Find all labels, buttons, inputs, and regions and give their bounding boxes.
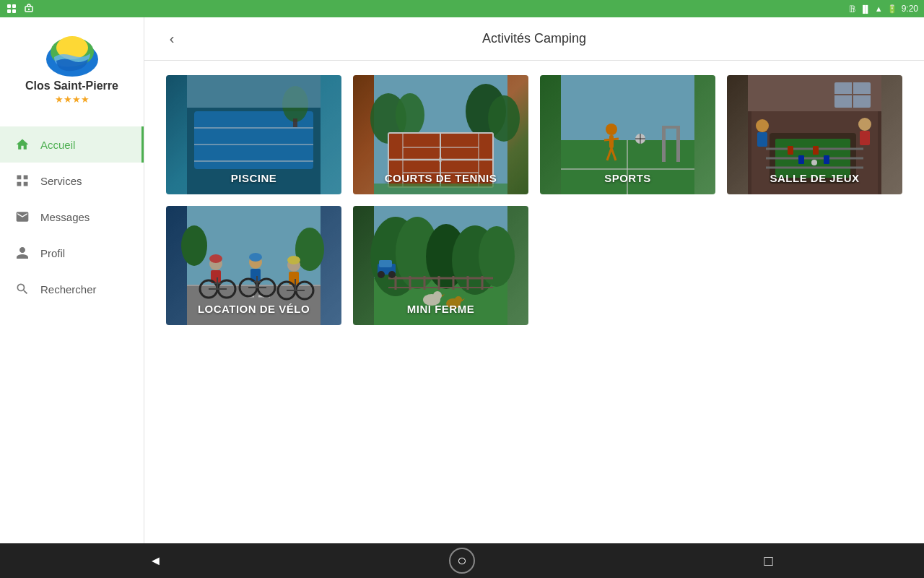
svg-point-96 bbox=[249, 253, 262, 262]
svg-point-67 bbox=[858, 118, 871, 131]
nav-items: Accueil Services Messages bbox=[0, 126, 144, 307]
svg-rect-1 bbox=[12, 4, 16, 8]
nav-label-accueil: Accueil bbox=[40, 139, 75, 151]
time-display: 9:20 bbox=[902, 4, 918, 14]
svg-rect-0 bbox=[7, 4, 11, 8]
svg-rect-41 bbox=[609, 135, 614, 148]
nav-label-rechercher: Rechercher bbox=[40, 283, 97, 296]
svg-rect-61 bbox=[813, 146, 819, 155]
main-layout: Clos Saint-Pierre ★★★★ Accueil bbox=[0, 17, 924, 543]
logo-container: Clos Saint-Pierre ★★★★ bbox=[25, 32, 118, 105]
tile-tennis-label: COURTS DE TENNIS bbox=[353, 165, 528, 194]
logo-stars: ★★★★ bbox=[55, 94, 90, 105]
search-icon bbox=[14, 281, 30, 297]
svg-rect-60 bbox=[788, 146, 793, 155]
svg-rect-38 bbox=[676, 126, 680, 162]
svg-point-65 bbox=[756, 119, 769, 132]
signal-icon: ▐▌ bbox=[860, 5, 871, 13]
svg-rect-66 bbox=[757, 132, 767, 147]
battery-icon: 🔋 bbox=[887, 4, 897, 14]
status-bar-left bbox=[6, 3, 35, 14]
back-button[interactable]: ‹ bbox=[159, 26, 185, 52]
tile-velo-label: LOCATION DE VÉLO bbox=[166, 296, 341, 325]
person-icon bbox=[14, 245, 30, 261]
nav-label-profil: Profil bbox=[40, 247, 65, 259]
sidebar-item-profil[interactable]: Profil bbox=[0, 235, 144, 271]
svg-line-42 bbox=[604, 139, 619, 140]
nav-label-services: Services bbox=[40, 175, 82, 187]
svg-rect-63 bbox=[824, 155, 829, 164]
sidebar: Clos Saint-Pierre ★★★★ Accueil bbox=[0, 17, 144, 543]
tile-tennis[interactable]: COURTS DE TENNIS bbox=[353, 75, 528, 194]
svg-rect-37 bbox=[662, 126, 666, 162]
bottom-nav: ◄ ○ □ bbox=[0, 543, 924, 578]
sidebar-item-rechercher[interactable]: Rechercher bbox=[0, 271, 144, 307]
logo-text: Clos Saint-Pierre bbox=[25, 79, 118, 92]
svg-rect-16 bbox=[187, 75, 321, 108]
tile-ferme-label: MINI FERME bbox=[353, 296, 528, 325]
nav-recent-button[interactable]: □ bbox=[751, 543, 786, 578]
tile-ferme[interactable]: MINI FERME bbox=[353, 206, 528, 325]
sidebar-item-services[interactable]: Services bbox=[0, 163, 144, 199]
svg-rect-15 bbox=[293, 118, 297, 127]
svg-point-95 bbox=[209, 254, 222, 263]
tile-sports[interactable]: SPORTS bbox=[540, 75, 715, 194]
content-area: ‹ Activités Camping bbox=[144, 17, 924, 543]
tile-jeux[interactable]: SALLE DE JEUX bbox=[727, 75, 902, 194]
status-bar-right: 𝔹 ▐▌ ▲ 🔋 9:20 bbox=[849, 4, 918, 14]
svg-point-5 bbox=[28, 9, 30, 10]
svg-point-97 bbox=[287, 256, 300, 264]
topbar: ‹ Activités Camping bbox=[144, 17, 924, 61]
svg-rect-2 bbox=[7, 9, 11, 13]
svg-point-122 bbox=[388, 271, 396, 278]
svg-rect-3 bbox=[12, 9, 16, 13]
nav-label-messages: Messages bbox=[40, 211, 90, 223]
page-title: Activités Camping bbox=[185, 31, 884, 46]
svg-point-40 bbox=[606, 124, 617, 135]
app-icon-1 bbox=[6, 3, 17, 14]
svg-point-70 bbox=[181, 225, 207, 266]
tile-velo[interactable]: LOCATION DE VÉLO bbox=[166, 206, 341, 325]
svg-point-121 bbox=[378, 271, 385, 278]
status-bar: 𝔹 ▐▌ ▲ 🔋 9:20 bbox=[0, 0, 924, 17]
app-icon-2 bbox=[23, 3, 35, 14]
logo-icon bbox=[43, 32, 101, 79]
sidebar-item-messages[interactable]: Messages bbox=[0, 199, 144, 235]
wifi-icon: ▲ bbox=[875, 4, 883, 13]
nav-back-button[interactable]: ◄ bbox=[138, 543, 173, 578]
bluetooth-icon: 𝔹 bbox=[849, 4, 856, 14]
sidebar-item-accueil[interactable]: Accueil bbox=[0, 126, 144, 163]
svg-point-19 bbox=[396, 93, 424, 137]
envelope-icon bbox=[14, 209, 30, 225]
svg-rect-68 bbox=[860, 131, 870, 145]
svg-rect-62 bbox=[798, 155, 804, 164]
grid-icon bbox=[14, 173, 30, 189]
svg-rect-123 bbox=[379, 260, 392, 267]
activity-grid: PISCINE bbox=[166, 75, 902, 325]
activity-grid-container: PISCINE bbox=[144, 61, 924, 543]
tile-jeux-label: SALLE DE JEUX bbox=[727, 165, 902, 194]
tile-piscine-label: PISCINE bbox=[166, 165, 341, 194]
tile-piscine[interactable]: PISCINE bbox=[166, 75, 341, 194]
tile-sports-label: SPORTS bbox=[540, 165, 715, 194]
home-icon bbox=[14, 137, 30, 152]
nav-home-button[interactable]: ○ bbox=[449, 548, 475, 574]
svg-rect-39 bbox=[662, 126, 680, 129]
